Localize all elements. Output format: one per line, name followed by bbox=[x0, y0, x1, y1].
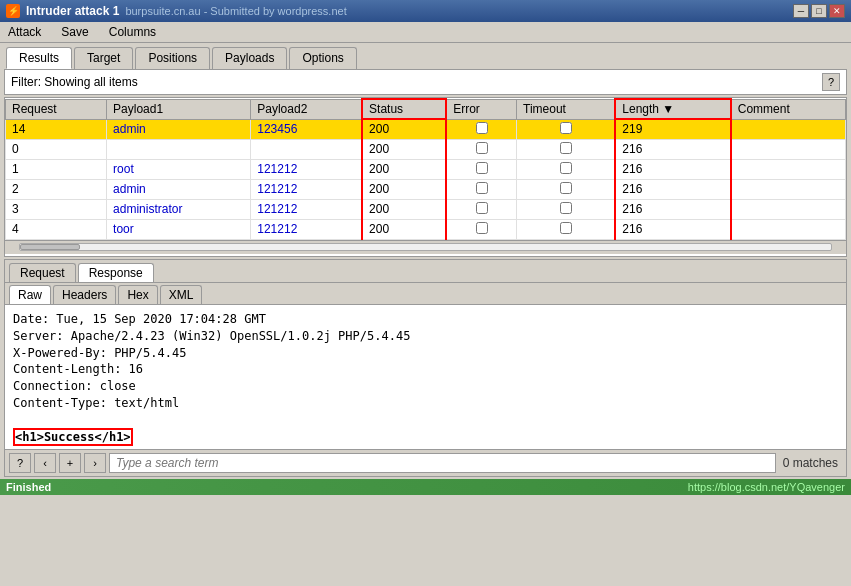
table-cell: 121212 bbox=[251, 159, 362, 179]
table-cell bbox=[731, 199, 846, 219]
maximize-button[interactable]: □ bbox=[811, 4, 827, 18]
table-cell bbox=[107, 139, 251, 159]
tab-results[interactable]: Results bbox=[6, 47, 72, 69]
col-header-error[interactable]: Error bbox=[446, 99, 516, 119]
menu-bar: Attack Save Columns bbox=[0, 22, 851, 43]
table-cell bbox=[731, 139, 846, 159]
inner-tab-xml[interactable]: XML bbox=[160, 285, 203, 304]
table-cell: 200 bbox=[362, 199, 446, 219]
response-text: Date: Tue, 15 Sep 2020 17:04:28 GMT Serv… bbox=[13, 312, 410, 410]
help-button[interactable]: ? bbox=[822, 73, 840, 91]
table-row[interactable]: 3administrator121212200216 bbox=[6, 199, 846, 219]
table-cell bbox=[731, 219, 846, 239]
table-row[interactable]: 2admin121212200216 bbox=[6, 179, 846, 199]
window-controls: ─ □ ✕ bbox=[793, 4, 845, 18]
menu-save[interactable]: Save bbox=[57, 24, 92, 40]
table-row[interactable]: 0200216 bbox=[6, 139, 846, 159]
scrollbar-thumb[interactable] bbox=[20, 244, 80, 250]
checkbox[interactable] bbox=[560, 162, 572, 174]
checkbox[interactable] bbox=[476, 142, 488, 154]
table-cell: 216 bbox=[615, 159, 730, 179]
table-row[interactable]: 4toor121212200216 bbox=[6, 219, 846, 239]
sub-tab-request[interactable]: Request bbox=[9, 263, 76, 282]
table-cell: 200 bbox=[362, 179, 446, 199]
table-cell: 123456 bbox=[251, 119, 362, 139]
inner-tabs: Raw Headers Hex XML bbox=[5, 282, 846, 304]
search-help-button[interactable]: ? bbox=[9, 453, 31, 473]
minimize-button[interactable]: ─ bbox=[793, 4, 809, 18]
status-bar: Finished https://blog.csdn.net/YQavenger bbox=[0, 479, 851, 495]
sub-tabs: Request Response bbox=[5, 260, 846, 282]
inner-tab-hex[interactable]: Hex bbox=[118, 285, 157, 304]
table-cell: 200 bbox=[362, 219, 446, 239]
title-bar: ⚡ Intruder attack 1 burpsuite.cn.au - Su… bbox=[0, 0, 851, 22]
table-cell: 121212 bbox=[251, 199, 362, 219]
checkbox[interactable] bbox=[476, 202, 488, 214]
response-content: Date: Tue, 15 Sep 2020 17:04:28 GMT Serv… bbox=[5, 304, 846, 449]
main-tabs: Results Target Positions Payloads Option… bbox=[0, 43, 851, 69]
table-cell: admin bbox=[107, 179, 251, 199]
table-cell bbox=[731, 159, 846, 179]
checkbox[interactable] bbox=[560, 202, 572, 214]
table-cell: 1 bbox=[6, 159, 107, 179]
bottom-panel: Request Response Raw Headers Hex XML Dat… bbox=[4, 259, 847, 477]
table-cell: administrator bbox=[107, 199, 251, 219]
table-cell: 200 bbox=[362, 119, 446, 139]
search-next-button[interactable]: › bbox=[84, 453, 106, 473]
table-cell: 219 bbox=[615, 119, 730, 139]
menu-columns[interactable]: Columns bbox=[105, 24, 160, 40]
table-cell: 14 bbox=[6, 119, 107, 139]
search-next-button-plus[interactable]: + bbox=[59, 453, 81, 473]
checkbox[interactable] bbox=[560, 182, 572, 194]
table-cell bbox=[731, 179, 846, 199]
table-cell: root bbox=[107, 159, 251, 179]
sub-tab-response[interactable]: Response bbox=[78, 263, 154, 282]
col-header-length[interactable]: Length ▼ bbox=[615, 99, 730, 119]
table-row[interactable]: 1root121212200216 bbox=[6, 159, 846, 179]
checkbox[interactable] bbox=[476, 122, 488, 134]
table-cell: 0 bbox=[6, 139, 107, 159]
table-cell: admin bbox=[107, 119, 251, 139]
checkbox[interactable] bbox=[476, 162, 488, 174]
checkbox[interactable] bbox=[476, 222, 488, 234]
inner-tab-raw[interactable]: Raw bbox=[9, 285, 51, 304]
table-cell: 4 bbox=[6, 219, 107, 239]
tab-target[interactable]: Target bbox=[74, 47, 133, 69]
search-prev-button[interactable]: ‹ bbox=[34, 453, 56, 473]
table-cell: 121212 bbox=[251, 219, 362, 239]
app-icon: ⚡ bbox=[6, 4, 20, 18]
checkbox[interactable] bbox=[560, 222, 572, 234]
table-cell: 216 bbox=[615, 219, 730, 239]
results-table-container[interactable]: Request Payload1 Payload2 Status Error T… bbox=[4, 97, 847, 257]
search-input[interactable] bbox=[109, 453, 776, 473]
tab-positions[interactable]: Positions bbox=[135, 47, 210, 69]
col-header-request[interactable]: Request bbox=[6, 99, 107, 119]
checkbox[interactable] bbox=[476, 182, 488, 194]
col-header-payload2[interactable]: Payload2 bbox=[251, 99, 362, 119]
menu-attack[interactable]: Attack bbox=[4, 24, 45, 40]
tab-payloads[interactable]: Payloads bbox=[212, 47, 287, 69]
col-header-timeout[interactable]: Timeout bbox=[517, 99, 616, 119]
table-row[interactable]: 14admin123456200219 bbox=[6, 119, 846, 139]
match-count: 0 matches bbox=[779, 456, 842, 470]
tab-options[interactable]: Options bbox=[289, 47, 356, 69]
col-header-status[interactable]: Status bbox=[362, 99, 446, 119]
checkbox[interactable] bbox=[560, 142, 572, 154]
inner-tab-headers[interactable]: Headers bbox=[53, 285, 116, 304]
response-highlight: <h1>Success</h1> bbox=[13, 428, 133, 446]
checkbox[interactable] bbox=[560, 122, 572, 134]
table-cell: 216 bbox=[615, 199, 730, 219]
window-subtitle: burpsuite.cn.au - Submitted by wordpress… bbox=[125, 5, 346, 17]
table-cell: 121212 bbox=[251, 179, 362, 199]
col-header-comment[interactable]: Comment bbox=[731, 99, 846, 119]
table-cell: 2 bbox=[6, 179, 107, 199]
col-header-payload1[interactable]: Payload1 bbox=[107, 99, 251, 119]
horizontal-scrollbar[interactable] bbox=[5, 240, 846, 254]
status-text: Finished bbox=[6, 481, 51, 493]
scrollbar-track[interactable] bbox=[19, 243, 832, 251]
table-cell bbox=[251, 139, 362, 159]
table-cell: toor bbox=[107, 219, 251, 239]
close-button[interactable]: ✕ bbox=[829, 4, 845, 18]
table-cell: 200 bbox=[362, 139, 446, 159]
window-title: Intruder attack 1 bbox=[26, 4, 119, 18]
